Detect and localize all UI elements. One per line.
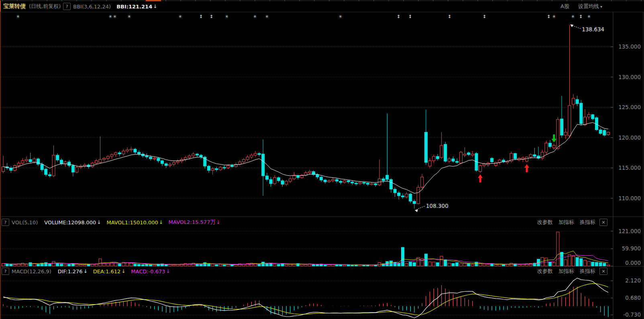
change-params-button[interactable]: 改参数 xyxy=(537,268,553,275)
dea-value: DEA:1.612 xyxy=(93,268,121,274)
macd-header: ? MACD(12,26,9) DIF:1.276 ↓ DEA:1.612 ↓ … xyxy=(2,268,170,275)
add-indicator-button[interactable]: 加指标 xyxy=(558,268,574,275)
help-icon[interactable]: ? xyxy=(2,219,9,226)
down-arrow-icon: ↓ xyxy=(159,219,163,225)
down-arrow-icon: ↓ xyxy=(97,219,101,225)
svg-text:108.300: 108.300 xyxy=(426,203,448,209)
add-indicator-button[interactable]: 加指标 xyxy=(558,219,574,226)
svg-text:138.634: 138.634 xyxy=(582,26,604,33)
svg-text:59.900: 59.900 xyxy=(622,245,641,252)
mavol2-value: MAVOL2:15.577万 xyxy=(169,219,216,226)
candlesticks xyxy=(2,25,610,209)
volume-value: VOLUME:12098.000 xyxy=(44,219,96,226)
close-icon[interactable]: × xyxy=(599,268,607,275)
svg-text:115.000: 115.000 xyxy=(618,165,641,171)
macd-header-tools: 改参数 加指标 换指标 × xyxy=(537,268,607,275)
buy-arrow-icon xyxy=(478,175,483,183)
svg-text:125.000: 125.000 xyxy=(618,104,641,110)
vol-header: ? VOL(5,10) VOLUME:12098.000 ↓ MAVOL1:15… xyxy=(2,219,220,226)
bbi-line xyxy=(3,122,608,193)
macd-value: MACD:-0.673 xyxy=(131,268,165,274)
switch-indicator-button[interactable]: 换指标 xyxy=(580,219,595,226)
vol-header-tools: 改参数 加指标 换指标 × xyxy=(537,219,607,226)
svg-text:120.000: 120.000 xyxy=(618,134,641,141)
mavol1-value: MAVOL1:15010.000 xyxy=(106,219,158,226)
svg-text:0.680: 0.680 xyxy=(625,295,641,301)
change-params-button[interactable]: 改参数 xyxy=(537,219,553,226)
volume-bars xyxy=(2,232,610,266)
stock-chart-app: 宝莱转债 (日线,前复权) ? BBI(3,6,12,24) BBI:121.2… xyxy=(0,0,644,319)
svg-text:110.000: 110.000 xyxy=(618,195,641,201)
svg-text:121.000: 121.000 xyxy=(618,228,641,234)
dif-value: DIF:1.276 xyxy=(58,268,83,274)
price-annotations: 138.634108.300 xyxy=(415,24,604,212)
down-arrow-icon: ↓ xyxy=(166,268,170,274)
buy-arrow-icon xyxy=(524,164,529,172)
svg-text:135.000: 135.000 xyxy=(618,43,641,50)
down-arrow-icon: ↓ xyxy=(84,268,88,274)
sell-arrow-icon xyxy=(552,134,556,142)
down-arrow-icon: ↓ xyxy=(216,219,220,225)
down-arrow-icon: ↓ xyxy=(121,268,125,274)
macd-indicator-name[interactable]: MACD(12,26,9) xyxy=(12,268,51,274)
macd-histogram xyxy=(3,285,608,317)
axis-labels: 135.000130.000125.000120.000115.000110.0… xyxy=(618,43,641,318)
help-icon[interactable]: ? xyxy=(2,268,9,275)
svg-text:130.000: 130.000 xyxy=(618,74,641,80)
signal-arrows xyxy=(478,134,556,182)
svg-text:-0.730: -0.730 xyxy=(623,311,641,318)
volume-ma-lines xyxy=(3,251,608,265)
svg-text:2.120: 2.120 xyxy=(625,277,641,284)
vol-indicator-name[interactable]: VOL(5,10) xyxy=(12,219,38,226)
svg-text:0.000: 0.000 xyxy=(625,260,641,266)
close-icon[interactable]: × xyxy=(599,219,607,226)
switch-indicator-button[interactable]: 换指标 xyxy=(580,268,595,275)
